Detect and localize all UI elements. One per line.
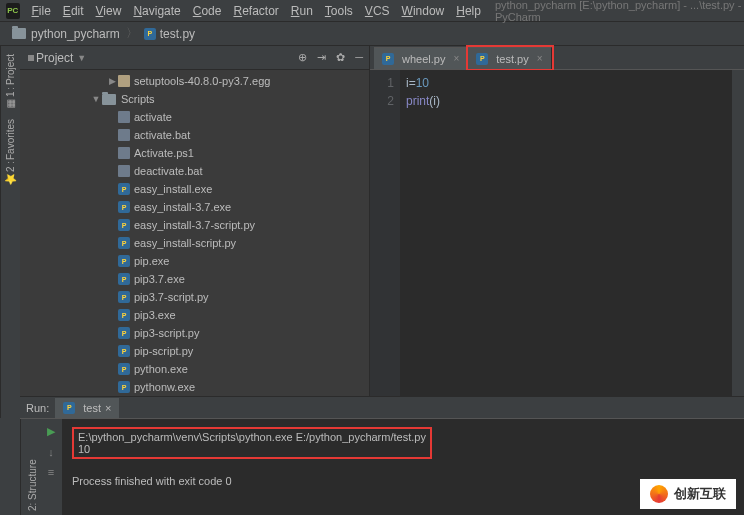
editor-tab[interactable]: Pwheel.py×: [374, 47, 468, 69]
wrap-button[interactable]: ≡: [48, 466, 54, 478]
left-tool-strip[interactable]: ⭐2: Favorites ▦1: Project: [0, 46, 20, 418]
watermark: 创新互联: [640, 479, 736, 509]
sidebar-tab-favorites[interactable]: ⭐2: Favorites: [3, 114, 18, 189]
run-tab[interactable]: P test ×: [55, 398, 119, 418]
breadcrumb-file-label: test.py: [160, 27, 195, 41]
tree-item[interactable]: Peasy_install-script.py: [20, 234, 369, 252]
editor-body[interactable]: 12 i=10print(i): [370, 70, 744, 418]
python-icon: P: [382, 53, 394, 65]
breadcrumb-separator: 〉: [126, 25, 138, 42]
code-line[interactable]: i=10: [406, 74, 726, 92]
run-output-highlighted: E:\python_pycharm\venv\Scripts\python.ex…: [72, 427, 432, 459]
tree-item[interactable]: Ppip3.7-script.py: [20, 288, 369, 306]
chevron-down-icon: ▼: [90, 94, 102, 104]
file-icon: [118, 147, 130, 159]
run-tab-label: test: [83, 402, 101, 414]
run-label: Run:: [20, 402, 55, 414]
editor-scrollbar[interactable]: [732, 70, 744, 418]
collapse-icon[interactable]: ⇥: [317, 51, 326, 64]
menu-file[interactable]: File: [26, 2, 57, 20]
menu-vcs[interactable]: VCS: [359, 2, 396, 20]
tree-item[interactable]: Activate.ps1: [20, 144, 369, 162]
tree-item-label: pip.exe: [134, 255, 169, 267]
python-icon: P: [118, 255, 130, 267]
breadcrumb-root[interactable]: python_pycharm: [8, 25, 124, 43]
tree-item[interactable]: Ppip.exe: [20, 252, 369, 270]
tree-item[interactable]: ▶setuptools-40.8.0-py3.7.egg: [20, 72, 369, 90]
file-icon: [118, 165, 130, 177]
run-toolbar: ▶ ↓ ≡: [40, 419, 62, 515]
project-header-label[interactable]: Project ▼: [26, 51, 298, 65]
title-bar: PC FileEditViewNavigateCodeRefactorRunTo…: [0, 0, 744, 22]
python-icon: P: [118, 327, 130, 339]
menu-window[interactable]: Window: [396, 2, 451, 20]
python-icon: P: [118, 291, 130, 303]
code-area[interactable]: i=10print(i): [400, 70, 732, 418]
python-icon: P: [144, 28, 156, 40]
left-strip-bottom: 2: Structure: [20, 419, 40, 515]
menu-view[interactable]: View: [90, 2, 128, 20]
close-icon[interactable]: ×: [453, 53, 459, 64]
code-line[interactable]: print(i): [406, 92, 726, 110]
project-tree[interactable]: ▶setuptools-40.8.0-py3.7.egg▼Scriptsacti…: [20, 70, 369, 418]
tree-item-label: deactivate.bat: [134, 165, 203, 177]
python-icon: P: [118, 309, 130, 321]
menu-code[interactable]: Code: [187, 2, 228, 20]
watermark-logo: [650, 485, 668, 503]
tree-item[interactable]: Ppip3.exe: [20, 306, 369, 324]
stop-button[interactable]: ↓: [48, 446, 54, 458]
menu-tools[interactable]: Tools: [319, 2, 359, 20]
gear-icon[interactable]: ✿: [336, 51, 345, 64]
tree-item[interactable]: deactivate.bat: [20, 162, 369, 180]
main-area: ⭐2: Favorites ▦1: Project Project ▼ ⊕ ⇥ …: [0, 46, 744, 418]
tree-item-label: easy_install-3.7.exe: [134, 201, 231, 213]
menu-refactor[interactable]: Refactor: [227, 2, 284, 20]
menu-run[interactable]: Run: [285, 2, 319, 20]
editor-tab[interactable]: Ptest.py×: [468, 47, 551, 69]
tree-item-label: activate.bat: [134, 129, 190, 141]
tree-item[interactable]: Ppip3.7.exe: [20, 270, 369, 288]
menu-help[interactable]: Help: [450, 2, 487, 20]
tree-item-label: pip3.7-script.py: [134, 291, 209, 303]
breadcrumb-root-label: python_pycharm: [31, 27, 120, 41]
menu-bar[interactable]: FileEditViewNavigateCodeRefactorRunTools…: [26, 2, 487, 20]
tree-item[interactable]: Ppip3-script.py: [20, 324, 369, 342]
run-header: Run: P test ×: [20, 396, 744, 418]
tree-item[interactable]: Peasy_install.exe: [20, 180, 369, 198]
run-button[interactable]: ▶: [47, 425, 55, 438]
close-icon[interactable]: ×: [105, 402, 111, 414]
app-logo: PC: [6, 3, 20, 19]
sidebar-tab-structure[interactable]: 2: Structure: [23, 459, 38, 511]
tree-item-label: python.exe: [134, 363, 188, 375]
tree-item[interactable]: Peasy_install-3.7-script.py: [20, 216, 369, 234]
sidebar-tab-project[interactable]: ▦1: Project: [3, 50, 18, 114]
line-gutter: 12: [370, 70, 400, 418]
menu-navigate[interactable]: Navigate: [127, 2, 186, 20]
python-icon: P: [118, 237, 130, 249]
tree-item-label: pip3.7.exe: [134, 273, 185, 285]
close-icon[interactable]: ×: [537, 53, 543, 64]
locate-icon[interactable]: ⊕: [298, 51, 307, 64]
folder-icon: [102, 94, 116, 105]
tree-item[interactable]: Ppip-script.py: [20, 342, 369, 360]
python-icon: P: [118, 219, 130, 231]
editor-tabs: Pwheel.py×Ptest.py×: [370, 46, 744, 70]
tree-item-label: easy_install-3.7-script.py: [134, 219, 255, 231]
tree-item[interactable]: Ppythonw.exe: [20, 378, 369, 396]
editor-tab-label: test.py: [496, 53, 528, 65]
tree-item[interactable]: Peasy_install-3.7.exe: [20, 198, 369, 216]
menu-edit[interactable]: Edit: [57, 2, 90, 20]
tree-item[interactable]: activate.bat: [20, 126, 369, 144]
python-icon: P: [118, 363, 130, 375]
tree-item[interactable]: ▼Scripts: [20, 90, 369, 108]
tree-item-label: pip-script.py: [134, 345, 193, 357]
hide-icon[interactable]: ─: [355, 51, 363, 64]
tree-item-label: pip3-script.py: [134, 327, 199, 339]
tree-item-label: easy_install.exe: [134, 183, 212, 195]
line-number: 1: [370, 74, 394, 92]
python-icon: P: [118, 345, 130, 357]
tree-item[interactable]: activate: [20, 108, 369, 126]
file-icon: [118, 111, 130, 123]
tree-item[interactable]: Ppython.exe: [20, 360, 369, 378]
breadcrumb-file[interactable]: P test.py: [140, 25, 199, 43]
